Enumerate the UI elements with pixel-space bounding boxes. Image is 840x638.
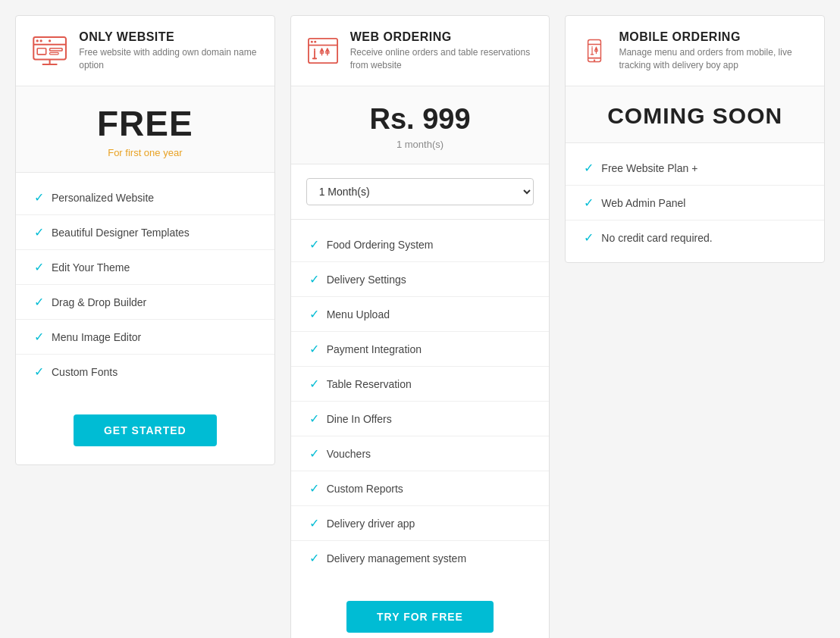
check-icon: ✓ (309, 272, 319, 286)
feature-item: ✓ Edit Your Theme (16, 250, 274, 285)
mobile-ordering-features: ✓ Free Website Plan + ✓ Web Admin Panel … (566, 143, 824, 262)
check-icon: ✓ (34, 190, 44, 205)
web-ordering-icon (306, 30, 340, 72)
feature-item: ✓ Delivery driver app (291, 506, 550, 541)
feature-label: Table Reservation (327, 378, 412, 390)
only-website-header: ONLY WEBSITE Free website with adding ow… (16, 16, 274, 86)
web-ordering-header-text: WEB ORDERING Receive online orders and t… (350, 30, 534, 72)
feature-label: Free Website Plan + (601, 162, 697, 174)
feature-item: ✓ Delivery management system (291, 541, 550, 575)
check-icon: ✓ (309, 446, 319, 461)
feature-item: ✓ Personalized Website (16, 180, 274, 215)
feature-label: Menu Upload (327, 308, 390, 321)
mobile-ordering-header-text: MOBILE ORDERING Manage menu and orders f… (619, 30, 809, 72)
mobile-ordering-subtitle: Manage menu and orders from mobile, live… (619, 46, 809, 72)
svg-point-9 (39, 39, 42, 42)
feature-item: ✓ Table Reservation (291, 367, 550, 402)
feature-item: ✓ Menu Upload (291, 297, 550, 332)
only-website-price-section: FREE For first one year (16, 86, 274, 173)
svg-rect-2 (37, 48, 45, 55)
feature-label: Custom Fonts (52, 366, 118, 378)
feature-item: ✓ Custom Fonts (16, 355, 274, 389)
check-icon: ✓ (34, 260, 44, 274)
svg-point-8 (36, 39, 39, 42)
mobile-ordering-header: MOBILE ORDERING Manage menu and orders f… (566, 16, 824, 86)
feature-label: Custom Reports (327, 483, 403, 495)
feature-item: ✓ Beautiful Designer Templates (16, 215, 274, 250)
feature-label: Delivery driver app (327, 518, 415, 530)
web-ordering-dropdown-section: 1 Month(s) 3 Month(s) 6 Month(s) 12 Mont… (291, 164, 550, 220)
feature-item: ✓ Menu Image Editor (16, 320, 274, 355)
only-website-cta-section: GET STARTED (16, 396, 274, 464)
web-ordering-card: WEB ORDERING Receive online orders and t… (290, 15, 550, 638)
pricing-container: ONLY WEBSITE Free website with adding ow… (15, 15, 825, 638)
try-for-free-button[interactable]: TRY FOR FREE (346, 601, 494, 633)
check-icon: ✓ (34, 225, 44, 239)
only-website-features: ✓ Personalized Website ✓ Beautiful Desig… (16, 173, 274, 396)
check-icon: ✓ (34, 364, 44, 379)
feature-label: Delivery Settings (327, 274, 406, 286)
check-icon: ✓ (34, 330, 44, 344)
feature-item: ✓ Payment Integration (291, 332, 550, 367)
feature-label: Food Ordering System (327, 239, 434, 251)
web-ordering-title: WEB ORDERING (350, 30, 534, 44)
web-ordering-features: ✓ Food Ordering System ✓ Delivery Settin… (291, 220, 550, 583)
only-website-price-sub: For first one year (31, 147, 259, 158)
check-icon: ✓ (34, 295, 44, 309)
feature-label: Edit Your Theme (52, 261, 130, 274)
feature-item: ✓ Web Admin Panel (566, 186, 824, 220)
web-ordering-price: Rs. 999 (306, 103, 534, 136)
feature-item: ✓ Food Ordering System (291, 227, 550, 262)
check-icon: ✓ (309, 551, 319, 565)
web-ordering-cta-section: TRY FOR FREE (291, 583, 550, 638)
svg-point-13 (314, 41, 316, 43)
feature-label: Drag & Drop Builder (52, 296, 146, 308)
check-icon: ✓ (309, 411, 319, 426)
web-ordering-subtitle: Receive online orders and table reservat… (350, 46, 534, 72)
feature-label: Vouchers (327, 448, 371, 460)
check-icon: ✓ (309, 377, 319, 391)
svg-rect-3 (50, 48, 62, 51)
check-icon: ✓ (584, 161, 594, 175)
feature-item: ✓ Dine In Offers (291, 402, 550, 436)
feature-label: Payment Integration (327, 343, 422, 355)
web-ordering-price-sub: 1 month(s) (306, 139, 534, 150)
only-website-subtitle: Free website with adding own domain name… (79, 46, 259, 72)
only-website-price: FREE (31, 103, 259, 144)
only-website-card: ONLY WEBSITE Free website with adding ow… (15, 15, 275, 465)
feature-item: ✓ Custom Reports (291, 471, 550, 506)
check-icon: ✓ (309, 481, 319, 496)
check-icon: ✓ (309, 342, 319, 356)
only-website-header-text: ONLY WEBSITE Free website with adding ow… (79, 30, 259, 72)
svg-point-7 (49, 39, 51, 42)
svg-rect-4 (50, 52, 58, 54)
only-website-title: ONLY WEBSITE (79, 30, 259, 44)
web-ordering-price-section: Rs. 999 1 month(s) (291, 86, 550, 164)
mobile-ordering-title: MOBILE ORDERING (619, 30, 809, 44)
duration-select[interactable]: 1 Month(s) 3 Month(s) 6 Month(s) 12 Mont… (306, 178, 534, 205)
feature-item: ✓ Vouchers (291, 436, 550, 471)
feature-label: Web Admin Panel (601, 197, 685, 209)
check-icon: ✓ (309, 307, 319, 321)
feature-label: Delivery management system (327, 552, 466, 565)
feature-label: Beautiful Designer Templates (52, 227, 190, 239)
mobile-ordering-card: MOBILE ORDERING Manage menu and orders f… (565, 15, 825, 263)
feature-item: ✓ Delivery Settings (291, 262, 550, 297)
check-icon: ✓ (309, 516, 319, 530)
mobile-ordering-price-section: COMING SOON (566, 86, 824, 143)
coming-soon-label: COMING SOON (581, 103, 809, 129)
feature-label: Personalized Website (52, 192, 154, 204)
get-started-button[interactable]: GET STARTED (74, 414, 217, 446)
feature-item: ✓ Free Website Plan + (566, 151, 824, 186)
svg-point-12 (311, 41, 313, 43)
svg-point-22 (594, 59, 595, 61)
mobile-ordering-icon (581, 30, 608, 72)
feature-label: Menu Image Editor (52, 331, 141, 343)
feature-label: No credit card required. (601, 232, 712, 244)
web-ordering-header: WEB ORDERING Receive online orders and t… (291, 16, 550, 86)
feature-label: Dine In Offers (327, 413, 392, 425)
check-icon: ✓ (309, 237, 319, 252)
website-icon (31, 30, 68, 72)
check-icon: ✓ (584, 230, 594, 245)
feature-item: ✓ No credit card required. (566, 220, 824, 255)
